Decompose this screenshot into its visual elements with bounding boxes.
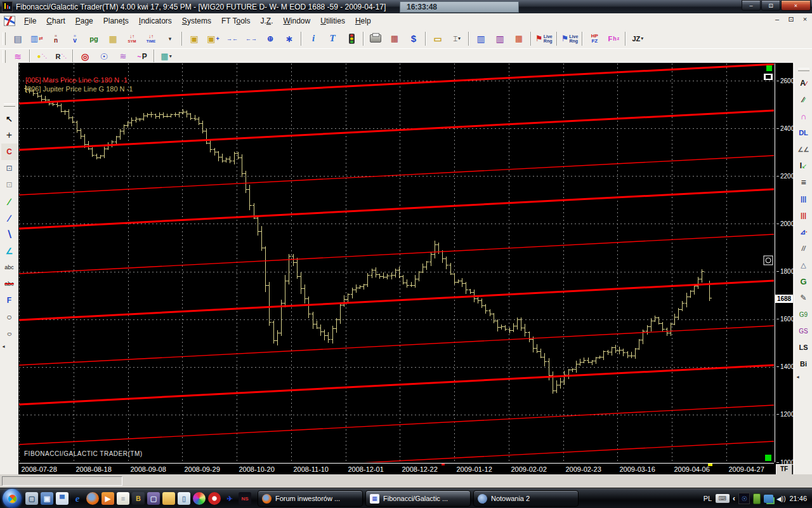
vertical-lines-blue-tool[interactable]: ||| [796,190,812,207]
horizontal-lines-tool[interactable]: ≡ [796,174,812,190]
text-tool-icon[interactable]: T [323,30,342,47]
arc-rainbow-tool[interactable]: ∩ [796,108,812,124]
jz-icon[interactable]: JZ▾ [628,30,647,47]
firefox-icon[interactable] [86,492,99,505]
chart-setup-icon[interactable]: ▥⇄ [27,30,46,47]
timeframe-button[interactable]: TF [776,464,792,475]
internet-explorer-icon[interactable]: e [71,492,84,505]
menu-utilities[interactable]: Utilities [315,15,350,27]
dollar-icon[interactable]: $ [404,30,423,47]
text-abc-tool[interactable]: abc [1,259,18,276]
minimize-button[interactable]: – [742,0,761,11]
keyboard-icon[interactable]: ⌨ [716,494,730,503]
show-desktop-icon[interactable]: ▢ [25,492,38,505]
mdi-close-button[interactable]: × [801,15,809,23]
taskbar-button-3[interactable]: Notowania 2 [473,490,579,507]
triangle-tool[interactable]: △ [796,257,812,273]
delete-text-tool[interactable]: abc [1,276,18,292]
language-indicator[interactable]: PL [704,495,712,502]
gann-g-tool[interactable]: G [796,273,812,290]
chart-plot[interactable]: [005] Mars Price Line G 180 N -1[006] Ju… [19,64,774,462]
time-scale-icon[interactable]: ↓↑TIME [141,30,160,47]
ruler-icon[interactable]: ▭ [428,30,447,47]
pencil-navy-tool[interactable]: ∖ [1,226,18,243]
vertical-lines-red-tool[interactable]: ||| [796,207,812,224]
fan-lines-tool[interactable]: ✎ [796,290,812,306]
my-computer-icon[interactable]: ▢ [147,492,160,505]
pencil-cyan-tool[interactable]: ∠ [1,243,18,259]
ellipse-flat-tool[interactable]: ○ [1,325,18,342]
app-b-icon[interactable]: B [132,492,145,505]
fhz-icon[interactable]: Fhz [604,30,623,47]
expand-horizontal-icon[interactable]: ←→ [242,30,261,47]
parallel-lines-tool[interactable]: // [796,240,812,257]
zoom-page-tool[interactable]: ⊡ [1,160,18,177]
c-magnet-tool[interactable]: C [1,144,18,160]
more-tools-right[interactable]: ◂ [795,372,812,381]
menu-chart[interactable]: Chart [41,15,70,27]
menu-systems[interactable]: Systems [177,15,216,27]
more-tools-left[interactable]: ◂ [1,342,18,351]
numeric-bars-icon[interactable]: ıın [46,30,65,47]
data-sheet-icon[interactable]: ▦ [385,30,404,47]
angle-a-tool[interactable]: A∕ [796,75,812,91]
dropdown-icon[interactable]: ▾ [160,30,180,47]
notepad-icon[interactable]: ≡ [117,492,129,505]
menu-indicators[interactable]: Indicators [134,15,177,27]
network-icon[interactable] [764,495,773,503]
app-tray-icon[interactable]: ☉ [738,493,750,504]
menu-help[interactable]: Help [350,15,376,27]
close-button[interactable]: × [781,0,811,11]
trend-pencil-tool[interactable]: ∕∕ [796,91,812,108]
red-app-icon[interactable] [208,492,221,505]
info-line-tool[interactable]: I↙ [796,157,812,174]
grid-window-icon[interactable]: ▦ [103,30,122,47]
mdi-restore-button[interactable]: ⊡ [787,15,796,23]
menu-jz[interactable]: J.Z. [255,15,278,27]
mini-chart-tool[interactable]: ⊿▪ [796,224,812,240]
angle-lines-tool[interactable]: ∠∠ [796,141,812,157]
print-icon[interactable] [366,30,385,47]
ls-tool[interactable]: LS [796,339,812,356]
menu-window[interactable]: Window [278,15,316,27]
browser-window-icon[interactable]: ▀ [56,492,69,505]
live-range-blue-icon[interactable]: ⚑LiveRng [560,30,580,47]
pencil-green-tool[interactable]: ∕ [1,193,18,210]
compress-horizontal-icon[interactable]: →← [223,30,242,47]
recycle-bin-icon[interactable]: ▯ [178,492,190,505]
cascade-windows-icon[interactable]: ▣ [185,30,204,47]
ns-app-icon[interactable]: NS [239,492,251,505]
taskbar-button-1[interactable]: Forum inwestorów ... [258,490,363,507]
menu-page[interactable]: Page [70,15,98,27]
ellipse-tool[interactable]: ○ [1,309,18,325]
media-player-icon[interactable]: ▶ [102,492,114,505]
taskbar-button-2[interactable]: ▦Fibonacci/Galactic ... [365,490,471,507]
bar-style-icon[interactable]: ⌶▾ [447,30,466,47]
menu-planets[interactable]: Planets [98,15,134,27]
power-icon[interactable] [753,493,761,504]
start-button[interactable] [3,489,22,508]
g9-tool[interactable]: G9 [796,306,812,323]
color-grid-icon[interactable]: ▦ [509,30,528,47]
symbol-scale-icon[interactable]: ↓↑SYM [122,30,141,47]
traffic-light-icon[interactable] [342,30,361,47]
snap-icon[interactable]: ∗ [280,30,299,47]
live-range-red-icon[interactable]: ⚑LiveRng [534,30,554,47]
fibonacci-f-tool[interactable]: F [1,292,18,309]
mdi-system-icon[interactable] [4,16,15,26]
pointer-tool[interactable]: ↖ [1,110,18,127]
chart-windows-blue-icon[interactable]: ▥ [471,30,490,47]
zoom-page-disabled-tool[interactable]: ⊡ [1,177,18,193]
crosshair-tool[interactable]: + [1,127,18,144]
hp-fz-icon[interactable]: HPFZ [585,30,604,47]
new-chart-icon[interactable]: ▤ [8,30,27,47]
volume-bars-icon[interactable]: ııv [65,30,84,47]
chevron-icon[interactable]: ‹ [733,493,735,504]
info-pointer-icon[interactable]: i [304,30,323,47]
dl-tool[interactable]: DL [796,124,812,141]
blue-app-icon[interactable]: ✈ [223,492,236,505]
center-chart-icon[interactable]: ⊕ [261,30,280,47]
gs-tool[interactable]: GS [796,323,812,339]
mdi-minimize-button[interactable]: – [773,15,782,23]
graphics-app-icon[interactable] [193,492,206,505]
